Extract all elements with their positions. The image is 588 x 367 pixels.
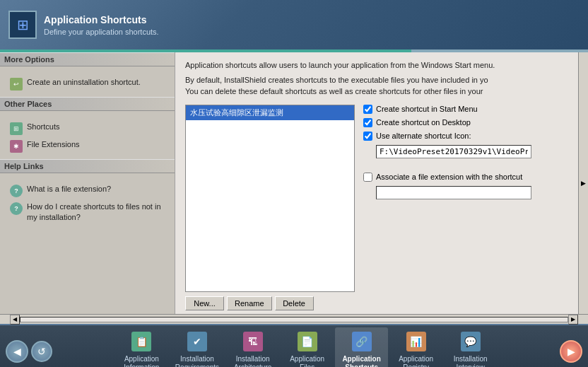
header-title: Application Shortcuts (44, 14, 159, 25)
scroll-right-btn[interactable]: ▶ (568, 315, 578, 325)
associate-extension-row: Associate a file extension with the shor… (363, 173, 568, 182)
install-arch-label: InstallationArchitecture (234, 355, 271, 367)
new-button[interactable]: New... (185, 296, 224, 310)
scroll-left-arrow[interactable]: ◀ (10, 315, 20, 325)
shortcuts-list[interactable]: 水压试验高细隙区泄漏监测 (185, 105, 355, 292)
scroll-track[interactable] (20, 317, 568, 322)
progress-bar (0, 49, 588, 52)
taskbar-item-install-arch[interactable]: 🏗 InstallationArchitecture (226, 327, 279, 367)
scroll-right-arrow[interactable]: ▶ (578, 52, 588, 314)
sidebar-item-help2[interactable]: ? How do I create shortcuts to files not… (6, 199, 169, 226)
app-shortcuts-label: ApplicationShortcuts (342, 355, 380, 367)
app-info-label: ApplicationInformation (124, 355, 159, 367)
back-button[interactable]: ◀ (6, 340, 28, 363)
app-shortcuts-icon: 🔗 (351, 330, 373, 353)
other-places-title: Other Places (0, 97, 175, 111)
file-extensions-label: File Extensions (27, 139, 80, 150)
list-actions: New... Rename Delete (185, 296, 355, 310)
sidebar-item-uninstall[interactable]: ↩ Create an uninstallation shortcut. (6, 75, 169, 93)
sidebar-item-help1[interactable]: ? What is a file extension? (6, 182, 169, 199)
progress-fill (0, 49, 411, 52)
help-links-title: Help Links (0, 159, 175, 173)
intro-line2: By default, InstallShield creates shortc… (185, 74, 568, 86)
extension-value-input[interactable] (376, 186, 531, 199)
alternate-icon-row: Use alternate shortcut Icon: (363, 132, 568, 141)
app-registry-label: ApplicationRegistry (399, 355, 433, 367)
associate-extension-label: Associate a file extension with the shor… (376, 173, 522, 181)
icon-path-input[interactable] (376, 145, 531, 158)
uninstall-icon: ↩ (10, 78, 23, 91)
sidebar: More Options ↩ Create an uninstallation … (0, 52, 175, 314)
header: ⊞ Application Shortcuts Define your appl… (0, 0, 588, 49)
more-options-title: More Options (0, 52, 175, 66)
intro-line1: Application shortcuts allow users to lau… (185, 59, 568, 71)
taskbar-items: 📋 ApplicationInformation ✔ InstallationR… (55, 327, 557, 367)
taskbar: ◀ ↺ 📋 ApplicationInformation ✔ Installat… (0, 324, 588, 367)
help1-icon: ? (10, 185, 23, 197)
options-panel: Create shortcut in Start Menu Create sho… (363, 105, 568, 310)
create-desktop-checkbox[interactable] (363, 118, 372, 127)
intro-line3: You can delete these default shortcuts a… (185, 86, 568, 98)
horizontal-scrollbar: ◀ ▶ (0, 314, 588, 324)
create-start-menu-row: Create shortcut in Start Menu (363, 105, 568, 114)
app-files-icon: 📄 (296, 330, 319, 353)
install-req-label: InstallationRequirements (175, 355, 219, 367)
help-links-section: ? What is a file extension? ? How do I c… (0, 177, 175, 230)
install-arch-icon: 🏗 (242, 330, 264, 353)
sidebar-item-file-extensions[interactable]: ✱ File Extensions (6, 137, 169, 155)
content-area: Application shortcuts allow users to lau… (175, 52, 578, 314)
install-req-icon: ✔ (186, 330, 208, 353)
alternate-icon-label: Use alternate shortcut Icon: (376, 132, 471, 140)
help2-icon: ? (10, 202, 23, 215)
shortcuts-list-panel: 水压试验高细隙区泄漏监测 New... Rename Delete (185, 105, 355, 310)
install-interview-label: InstallationInterview (454, 355, 488, 367)
shortcut-icon: ⊞ (10, 122, 23, 135)
content-intro: Application shortcuts allow users to lau… (185, 59, 568, 98)
rename-button[interactable]: Rename (227, 296, 272, 310)
associate-extension-checkbox[interactable] (363, 173, 372, 182)
back-button2[interactable]: ↺ (31, 341, 52, 362)
separator (363, 165, 568, 173)
more-options-section: ↩ Create an uninstallation shortcut. (0, 71, 175, 97)
taskbar-item-app-registry[interactable]: 📊 ApplicationRegistry (389, 327, 442, 367)
other-places-section: ⊞ Shortcuts ✱ File Extensions (0, 115, 175, 159)
forward-button[interactable]: ▶ (560, 340, 582, 363)
list-item[interactable]: 水压试验高细隙区泄漏监测 (186, 105, 354, 120)
extension-value-row (376, 186, 568, 199)
alternate-icon-checkbox[interactable] (363, 132, 372, 141)
create-start-menu-label: Create shortcut in Start Menu (376, 105, 478, 113)
taskbar-item-app-info[interactable]: 📋 ApplicationInformation (115, 327, 168, 367)
app-info-icon: 📋 (130, 330, 153, 353)
taskbar-item-app-files[interactable]: 📄 ApplicationFiles (281, 327, 334, 367)
extensions-icon: ✱ (10, 140, 23, 153)
create-desktop-row: Create shortcut on Desktop (363, 118, 568, 127)
icon-path-row (376, 145, 568, 158)
create-start-menu-checkbox[interactable] (363, 105, 372, 114)
delete-button[interactable]: Delete (275, 296, 314, 310)
help1-label: What is a file extension? (27, 184, 111, 194)
install-interview-icon: 💬 (459, 330, 482, 353)
uninstall-label: Create an uninstallation shortcut. (27, 77, 141, 88)
app-files-label: ApplicationFiles (290, 355, 324, 367)
taskbar-item-install-req[interactable]: ✔ InstallationRequirements (170, 327, 225, 367)
taskbar-item-install-interview[interactable]: 💬 InstallationInterview (444, 327, 497, 367)
header-subtitle: Define your application shortcuts. (44, 28, 159, 36)
content-body: 水压试验高细隙区泄漏监测 New... Rename Delete Create… (185, 105, 568, 310)
sidebar-item-shortcuts[interactable]: ⊞ Shortcuts (6, 120, 169, 137)
create-desktop-label: Create shortcut on Desktop (376, 118, 471, 127)
header-icon: ⊞ (8, 11, 37, 39)
main-layout: More Options ↩ Create an uninstallation … (0, 52, 588, 314)
shortcuts-label: Shortcuts (27, 122, 59, 132)
taskbar-item-app-shortcuts[interactable]: 🔗 ApplicationShortcuts (335, 327, 388, 367)
app-registry-icon: 📊 (405, 330, 428, 353)
help2-label: How do I create shortcuts to files not i… (27, 202, 165, 223)
